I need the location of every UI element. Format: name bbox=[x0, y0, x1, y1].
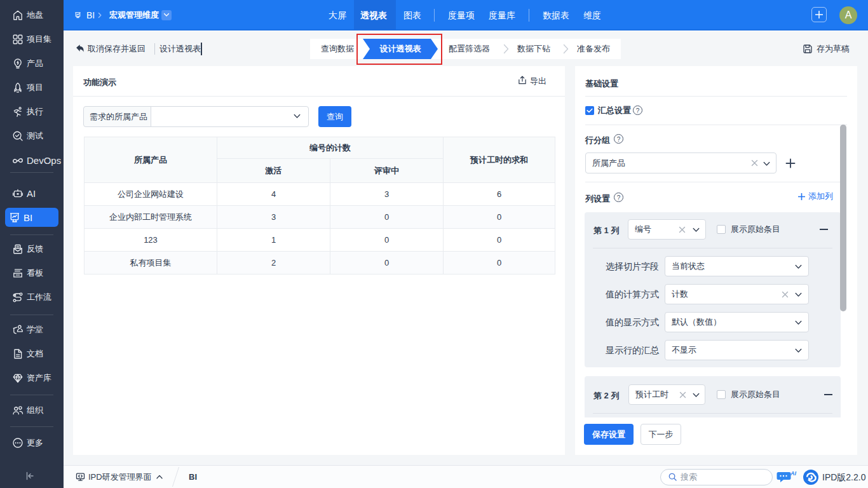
svg-text:AI: AI bbox=[790, 470, 796, 477]
